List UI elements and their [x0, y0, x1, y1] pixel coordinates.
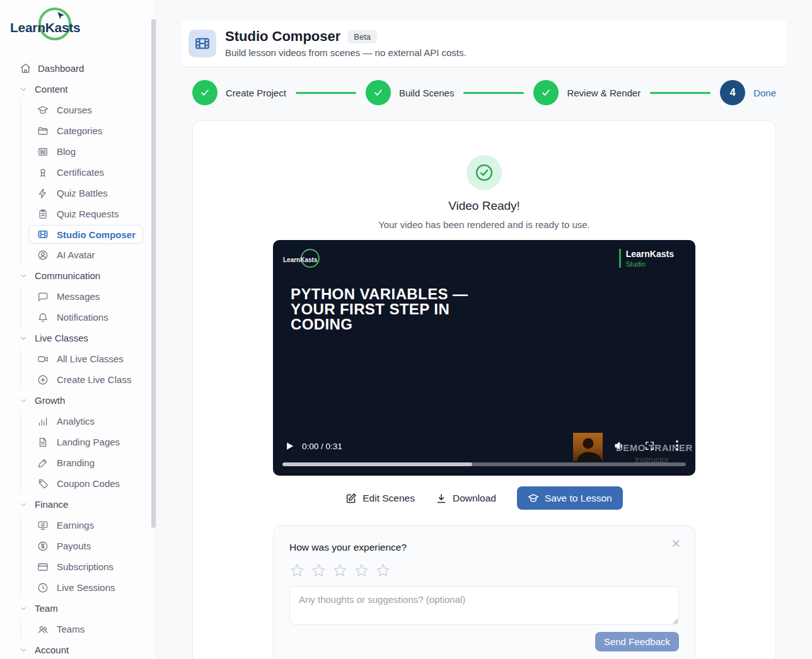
- tag-icon: [37, 478, 49, 490]
- download-button[interactable]: Download: [436, 493, 496, 504]
- sidebar-item-landing-pages[interactable]: Landing Pages: [21, 432, 156, 452]
- sidebar-group-team[interactable]: Team: [0, 598, 156, 619]
- sidebar-item-coupon-codes[interactable]: Coupon Codes: [21, 473, 156, 494]
- film-icon: [37, 229, 49, 240]
- save-to-lesson-button[interactable]: Save to Lesson: [517, 486, 623, 510]
- sidebar-item-quiz-requests[interactable]: Quiz Requests: [21, 203, 156, 224]
- play-button[interactable]: [285, 441, 294, 451]
- send-feedback-button[interactable]: Send Feedback: [595, 632, 679, 651]
- sidebar-item-blog[interactable]: Blog: [21, 141, 156, 162]
- star-icon[interactable]: [332, 563, 348, 578]
- close-icon[interactable]: [671, 538, 682, 549]
- step-number-circle: 4: [720, 80, 745, 105]
- chevron-down-icon: [19, 272, 28, 280]
- sidebar-scrollbar[interactable]: [151, 19, 156, 528]
- logo-text: LearnKasts: [10, 20, 80, 35]
- feedback-card: How was your experience? Send Feedback: [273, 525, 695, 659]
- more-options-icon[interactable]: [675, 440, 679, 451]
- sidebar-children-live-classes: All Live ClassesCreate Live Class: [20, 348, 156, 390]
- star-icon[interactable]: [375, 563, 391, 578]
- sidebar-item-certificates[interactable]: Certificates: [21, 162, 156, 183]
- certificate-icon: [37, 167, 49, 178]
- sidebar-item-courses[interactable]: Courses: [21, 100, 156, 120]
- sidebar-item-dashboard[interactable]: Dashboard: [0, 58, 156, 79]
- page-title: Studio Composer: [225, 28, 340, 45]
- video-buffered-bar: [282, 462, 472, 466]
- bell-icon: [37, 312, 49, 323]
- feedback-question: How was your experience?: [289, 542, 679, 553]
- lightning-icon: [37, 188, 49, 199]
- sidebar-group-finance[interactable]: Finance: [0, 494, 156, 515]
- star-icon[interactable]: [289, 563, 305, 578]
- newspaper-icon: [37, 146, 49, 158]
- step-label: Review & Render: [567, 88, 641, 98]
- bar-chart-icon: [37, 416, 49, 427]
- film-icon: [188, 30, 216, 57]
- sidebar-children-communication: MessagesNotifications: [20, 286, 156, 328]
- step-done: 4Done: [720, 80, 776, 105]
- sidebar-group-live-classes[interactable]: Live Classes: [0, 328, 156, 348]
- sidebar-item-create-live-class[interactable]: Create Live Class: [21, 369, 156, 390]
- main-content: Studio Composer Beta Build lesson videos…: [156, 0, 812, 659]
- step-label: Create Project: [226, 88, 286, 98]
- video-progress-bar[interactable]: [282, 462, 686, 466]
- edit-scenes-button[interactable]: Edit Scenes: [345, 493, 415, 504]
- sidebar-group-communication[interactable]: Communication: [0, 265, 156, 286]
- step-connector: [463, 92, 524, 94]
- step-check-icon: [533, 80, 559, 105]
- sidebar-children-growth: AnalyticsLanding PagesBrandingCoupon Cod…: [20, 411, 156, 494]
- sidebar-item-ai-avatar[interactable]: AI Avatar: [21, 244, 156, 265]
- home-icon: [20, 62, 32, 74]
- sidebar-children-finance: EarningsPayoutsSubscriptionsLive Session…: [20, 515, 156, 598]
- monitor-dollar-icon: [37, 520, 49, 531]
- star-icon[interactable]: [311, 563, 327, 578]
- star-icon[interactable]: [354, 563, 369, 578]
- sidebar-item-studio-composer[interactable]: Studio Composer: [28, 225, 143, 244]
- step-label: Build Scenes: [399, 88, 455, 98]
- step-connector: [296, 92, 356, 94]
- sidebar-group-growth[interactable]: Growth: [0, 390, 156, 411]
- sidebar-item-messages[interactable]: Messages: [21, 286, 156, 307]
- chat-icon: [37, 291, 49, 302]
- result-subtitle: Your video has been rendered and is read…: [193, 219, 775, 230]
- sidebar-item-earnings[interactable]: Earnings: [21, 515, 156, 536]
- sidebar-item-live-sessions[interactable]: Live Sessions: [21, 577, 156, 598]
- sidebar-group-content[interactable]: Content: [0, 79, 156, 100]
- chevron-down-icon: [19, 85, 28, 94]
- page-icon: [37, 437, 49, 448]
- users-icon: [37, 624, 49, 635]
- brush-icon: [37, 457, 49, 469]
- sidebar-item-teams[interactable]: Teams: [21, 619, 156, 639]
- sidebar-children-team: Teams: [20, 619, 156, 639]
- video-camera-icon: [37, 353, 49, 365]
- video-player[interactable]: LearnKasts LearnKasts Studio PYTHON VARI…: [273, 240, 695, 476]
- step-connector: [650, 92, 710, 94]
- sidebar-group-account[interactable]: Account: [0, 639, 156, 659]
- graduation-cap-icon: [37, 105, 49, 116]
- page-subtitle: Build lesson videos from scenes — no ext…: [225, 47, 467, 58]
- clock-icon: [37, 582, 49, 593]
- folder-icon: [37, 125, 49, 137]
- beta-badge: Beta: [347, 30, 377, 43]
- plus-circle-icon: [37, 374, 49, 386]
- feedback-textarea[interactable]: [289, 586, 679, 625]
- sidebar: LearnKasts DashboardContentCoursesCatego…: [0, 0, 156, 659]
- sidebar-item-categories[interactable]: Categories: [21, 120, 156, 141]
- sidebar-item-all-live-classes[interactable]: All Live Classes: [21, 348, 156, 369]
- video-corner-logo: LearnKasts: [283, 249, 323, 270]
- step-build-scenes: Build Scenes: [366, 80, 455, 105]
- sidebar-item-quiz-battles[interactable]: Quiz Battles: [21, 183, 156, 203]
- logo[interactable]: LearnKasts: [0, 0, 156, 57]
- sidebar-item-branding[interactable]: Branding: [21, 452, 156, 473]
- fullscreen-icon[interactable]: [644, 440, 655, 451]
- chevron-down-icon: [19, 500, 28, 509]
- credit-card-icon: [37, 561, 49, 573]
- star-rating: [289, 563, 679, 578]
- user-circle-icon: [37, 249, 49, 261]
- sidebar-item-subscriptions[interactable]: Subscriptions: [21, 556, 156, 577]
- sidebar-item-payouts[interactable]: Payouts: [21, 536, 156, 556]
- sidebar-item-analytics[interactable]: Analytics: [21, 411, 156, 432]
- sidebar-item-notifications[interactable]: Notifications: [21, 307, 156, 328]
- step-review-render: Review & Render: [533, 80, 641, 105]
- volume-icon[interactable]: [613, 440, 625, 452]
